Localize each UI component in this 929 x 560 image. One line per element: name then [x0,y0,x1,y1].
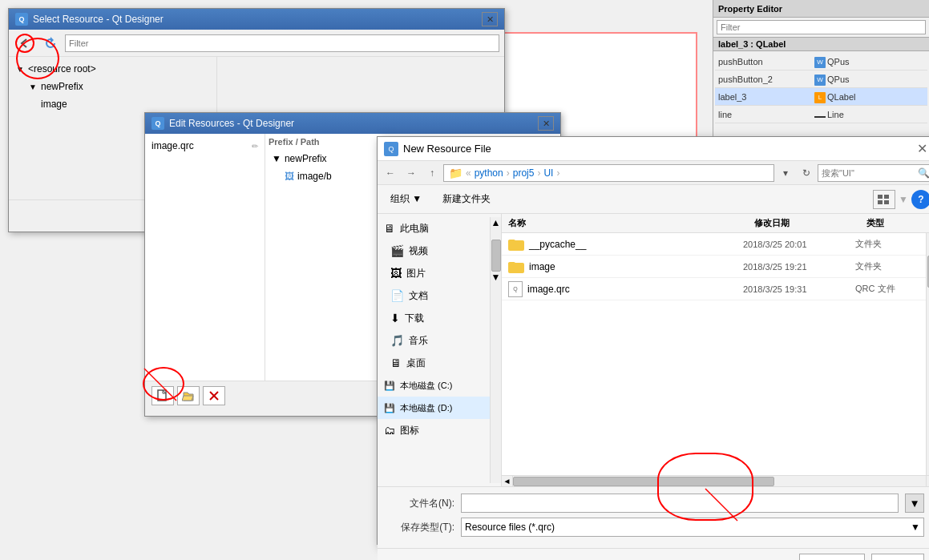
filename-label: 文件名(N): [390,497,454,510]
sidebar-item-pictures[interactable]: 🖼 图片 [378,262,490,284]
drive-c-label: 本地磁盘 (C:) [400,380,452,392]
er-open-file-button[interactable] [177,386,200,405]
filename-input[interactable] [461,494,899,513]
svg-rect-14 [884,200,889,204]
organize-label: 组织 ▼ [390,192,422,206]
sidebar-item-drive-d[interactable]: 💾 本地磁盘 (D:) [378,397,490,419]
new-folder-button[interactable]: 新建文件夹 [434,190,499,209]
savetype-dropdown[interactable]: Resource files (*.qrc) ▼ [461,518,924,537]
select-resource-titlebar: Q Select Resource - Qt Designer ✕ [9,9,504,30]
er-expand-icon: ▼ [272,153,281,164]
sidebar-item-music[interactable]: 🎵 音乐 [378,329,490,352]
sidebar-item-computer[interactable]: 🖥 此电脑 [378,217,490,240]
file-item-pycache[interactable]: __pycache__ 2018/3/25 20:01 文件夹 [502,233,926,256]
file-item-name-pycache: __pycache__ [508,238,743,251]
view-toggle-button[interactable] [873,190,895,209]
tree-prefix-label: newPrefix [41,81,83,92]
breadcrumb-sep4: › [556,167,559,179]
file-item-image-qrc[interactable]: Q image.qrc 2018/3/25 19:31 QRC 文件 [502,278,926,300]
icon-icon: 🗂 [384,424,395,437]
label-icon: L [814,92,826,103]
edit-resources-title: Edit Resources - Qt Designer [169,118,538,129]
sidebar-scrollbar-thumb[interactable] [491,240,501,272]
er-path-label: image/b [297,171,332,182]
prop-val-pushbutton2: QPus [827,75,924,84]
prop-name-pushbutton2: pushButton_2 [718,75,814,84]
sidebar-scrollbar[interactable]: ▲ ▼ [490,217,501,483]
file-item-type-image-qrc: QRC 文件 [855,283,919,295]
tree-image-item[interactable]: image [12,95,213,113]
search-icon: 🔍 [918,167,929,179]
sr-back-button[interactable] [14,33,36,54]
tree-prefix-item[interactable]: ▼ newPrefix [12,78,213,95]
new-resource-nav-toolbar: ← → ↑ 📁 « python › proj5 › UI › ▾ ↻ 🔍 [378,161,929,185]
file-list-hscrollbar[interactable]: ◄ ► [502,475,929,486]
new-file-icon [156,389,169,402]
file-item-image-folder[interactable]: image 2018/3/25 19:21 文件夹 [502,256,926,278]
savetype-row: 保存类型(T): Resource files (*.qrc) ▼ [390,518,924,537]
file-col-date-header[interactable]: 修改日期 [754,217,866,229]
er-remove-file-button[interactable] [203,386,225,405]
nav-dropdown-button[interactable]: ▾ [776,164,795,182]
file-item-name-image-folder: image [508,260,743,273]
sidebar-item-video[interactable]: 🎬 视频 [378,240,490,262]
file-item-date-image-qrc: 2018/3/25 19:31 [743,284,855,294]
edit-resources-close-button[interactable]: ✕ [538,116,554,131]
select-resource-close-button[interactable]: ✕ [482,12,498,26]
tree-root-item[interactable]: ▼ <resource root> [12,60,213,78]
drive-c-icon: 💾 [384,381,395,391]
sidebar-item-icon[interactable]: 🗂 图标 [378,419,490,441]
sidebar-item-docs[interactable]: 📄 文档 [378,284,490,307]
er-new-file-button[interactable] [151,386,174,405]
help-button[interactable]: ? [911,190,929,209]
nav-refresh-button[interactable]: ↻ [797,164,816,182]
select-resource-filter-input[interactable] [65,34,499,52]
organize-button[interactable]: 组织 ▼ [384,190,428,209]
file-list-scrollbar[interactable]: ▲ ▼ [926,233,929,475]
folder-icon-image [508,260,524,273]
property-filter-input[interactable] [717,20,926,34]
search-input-wrapper: 🔍 [818,164,929,182]
widget-icon: W [814,57,826,68]
breadcrumb-python[interactable]: python [475,167,503,179]
save-button[interactable]: 保存(S) [799,554,865,560]
tree-expand-icon: ▼ [15,64,25,74]
file-col-name-header[interactable]: 名称 [508,217,754,229]
docs-icon: 📄 [390,289,404,302]
savetype-dropdown-arrow: ▼ [911,522,920,533]
table-row: line Line [715,106,927,123]
nav-forward-button[interactable]: → [402,164,421,182]
sr-refresh-button[interactable] [39,33,62,54]
er-file-item[interactable]: image.qrc ✏ [148,137,261,155]
desktop-icon: 🖥 [390,357,402,369]
pencil-icon: ✏ [252,142,258,151]
savetype-label: 保存类型(T): [390,521,454,534]
nav-up-button[interactable]: ↑ [422,164,442,182]
breadcrumb-proj5[interactable]: proj5 [513,167,535,179]
file-item-name-image-qrc: Q image.qrc [508,281,743,297]
file-list-header: 名称 修改日期 类型 [502,214,929,233]
drive-d-label: 本地磁盘 (D:) [400,402,452,414]
file-list-hscrollbar-thumb[interactable] [513,477,774,486]
cancel-button[interactable]: 取消 [871,554,924,560]
sidebar-item-downloads[interactable]: ⬇ 下载 [378,307,490,329]
breadcrumb-sep3: › [537,167,540,179]
svg-rect-13 [878,200,883,204]
new-resource-close-button[interactable]: ✕ [913,140,929,158]
new-resource-dialog-icon: Q [384,142,398,156]
view-separator: ▼ [899,194,908,205]
select-resource-title: Select Resource - Qt Designer [33,14,482,25]
filename-dropdown-button[interactable]: ▼ [905,494,924,513]
sidebar-item-desktop[interactable]: 🖥 桌面 [378,352,490,374]
icon-label: 图标 [400,424,419,437]
sidebar-item-drive-c[interactable]: 💾 本地磁盘 (C:) [378,374,490,397]
file-col-type-header[interactable]: 类型 [866,217,929,229]
prop-name-label3: label_3 [718,92,814,102]
search-input[interactable] [822,168,918,178]
breadcrumb-ui[interactable]: UI [543,167,553,179]
file-item-type-image-folder: 文件夹 [855,260,919,272]
file-browser: 🖥 此电脑 🎬 视频 🖼 图片 📄 文档 [378,214,929,486]
new-folder-label: 新建文件夹 [442,192,491,206]
nav-back-button[interactable]: ← [381,164,400,182]
table-row: pushButton W QPus [715,53,927,71]
